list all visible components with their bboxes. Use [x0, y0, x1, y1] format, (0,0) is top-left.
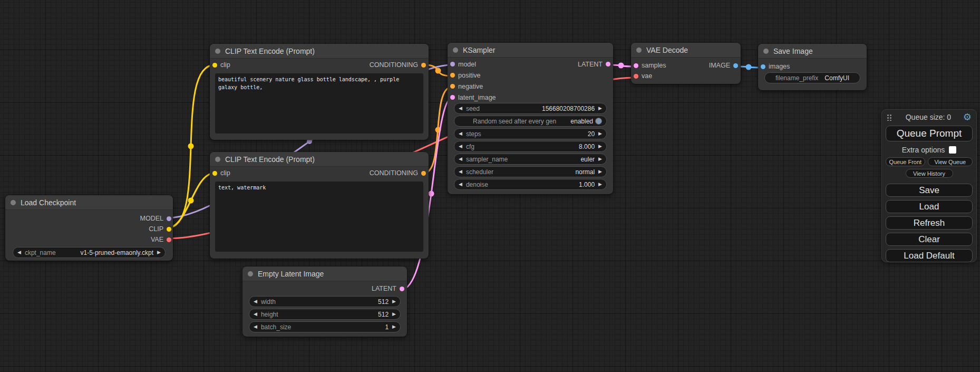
increment-arrow-icon[interactable]: ▶	[392, 312, 396, 317]
model-slot-dot[interactable]	[450, 62, 455, 66]
view-history-button[interactable]: View History	[906, 169, 953, 178]
scheduler-widget[interactable]: ◀ scheduler normal ▶	[454, 166, 607, 177]
refresh-button[interactable]: Refresh	[886, 216, 973, 230]
queue-front-button[interactable]: Queue Front	[886, 157, 925, 166]
node-clip-text-encode-negative[interactable]: CLIP Text Encode (Prompt) clip CONDITION…	[210, 152, 429, 259]
extra-options-checkbox[interactable]	[949, 146, 956, 154]
collapse-dot-icon[interactable]	[636, 47, 642, 53]
input-slot-clip[interactable]: clip	[212, 169, 230, 177]
denoise-widget[interactable]: ◀ denoise 1.000 ▶	[454, 179, 607, 190]
conditioning-slot-dot[interactable]	[421, 171, 426, 176]
random-seed-toggle-widget[interactable]: Random seed after every gen enabled	[454, 116, 607, 127]
decrement-arrow-icon[interactable]: ◀	[17, 250, 21, 255]
input-slot-vae[interactable]: vae	[634, 72, 652, 80]
filename-prefix-widget[interactable]: filename_prefix ComfyUI	[764, 72, 860, 83]
input-slot-images[interactable]: images	[761, 63, 790, 70]
increment-arrow-icon[interactable]: ▶	[598, 169, 602, 174]
height-widget[interactable]: ◀ height 512 ▶	[249, 309, 401, 320]
decrement-arrow-icon[interactable]: ◀	[459, 182, 462, 187]
view-queue-button[interactable]: View Queue	[928, 157, 973, 166]
input-slot-model[interactable]: model	[450, 61, 476, 68]
drag-handle-icon[interactable]	[887, 113, 891, 121]
latent-slot-dot[interactable]	[634, 63, 638, 68]
node-title-bar[interactable]: Save Image	[758, 44, 867, 59]
sampler-name-widget[interactable]: ◀ sampler_name euler ▶	[454, 154, 607, 165]
positive-prompt-textarea[interactable]: beautiful scenery nature glass bottle la…	[215, 73, 423, 133]
load-button[interactable]: Load	[886, 200, 973, 213]
ckpt-name-widget[interactable]: ◀ ckpt_name v1-5-pruned-emaonly.ckpt ▶	[13, 247, 166, 258]
decrement-arrow-icon[interactable]: ◀	[254, 299, 257, 304]
node-title-bar[interactable]: Empty Latent Image	[242, 266, 407, 281]
latent-slot-dot[interactable]	[400, 287, 404, 291]
decrement-arrow-icon[interactable]: ◀	[459, 157, 462, 161]
increment-arrow-icon[interactable]: ▶	[598, 157, 602, 161]
width-widget[interactable]: ◀ width 512 ▶	[249, 296, 401, 307]
collapse-dot-icon[interactable]	[248, 271, 253, 276]
clip-slot-dot[interactable]	[212, 171, 217, 176]
cfg-widget[interactable]: ◀ cfg 8.000 ▶	[454, 141, 607, 152]
batch-size-widget[interactable]: ◀ batch_size 1 ▶	[249, 321, 401, 332]
output-slot-conditioning[interactable]: CONDITIONING	[370, 61, 426, 69]
node-title-bar[interactable]: CLIP Text Encode (Prompt)	[210, 44, 429, 59]
load-default-button[interactable]: Load Default	[886, 249, 973, 262]
node-save-image[interactable]: Save Image images filename_prefix ComfyU…	[758, 44, 867, 90]
collapse-dot-icon[interactable]	[11, 200, 16, 205]
collapse-dot-icon[interactable]	[215, 157, 220, 162]
decrement-arrow-icon[interactable]: ◀	[254, 312, 257, 317]
clear-button[interactable]: Clear	[886, 233, 973, 246]
increment-arrow-icon[interactable]: ▶	[392, 325, 396, 329]
increment-arrow-icon[interactable]: ▶	[598, 106, 602, 111]
vae-slot-dot[interactable]	[167, 237, 171, 242]
conditioning-slot-dot[interactable]	[450, 84, 455, 89]
clip-slot-dot[interactable]	[212, 63, 217, 68]
toggle-knob-icon[interactable]	[595, 118, 602, 125]
collapse-dot-icon[interactable]	[453, 47, 458, 53]
input-slot-positive[interactable]: positive	[450, 72, 480, 79]
node-vae-decode[interactable]: VAE Decode samples IMAGE vae	[631, 43, 741, 84]
decrement-arrow-icon[interactable]: ◀	[254, 325, 257, 329]
input-slot-negative[interactable]: negative	[450, 83, 483, 90]
decrement-arrow-icon[interactable]: ◀	[459, 169, 462, 174]
node-clip-text-encode-positive[interactable]: CLIP Text Encode (Prompt) clip CONDITION…	[210, 44, 429, 140]
node-title-bar[interactable]: CLIP Text Encode (Prompt)	[210, 152, 429, 167]
node-title-bar[interactable]: Load Checkpoint	[5, 195, 173, 210]
latent-slot-dot[interactable]	[450, 95, 455, 100]
collapse-dot-icon[interactable]	[215, 49, 220, 54]
model-slot-dot[interactable]	[167, 216, 171, 221]
input-slot-samples[interactable]: samples	[634, 62, 666, 69]
image-slot-dot[interactable]	[761, 64, 765, 69]
seed-widget[interactable]: ◀ seed 156680208700286 ▶	[454, 103, 607, 114]
increment-arrow-icon[interactable]: ▶	[598, 131, 602, 136]
decrement-arrow-icon[interactable]: ◀	[459, 106, 462, 111]
increment-arrow-icon[interactable]: ▶	[598, 182, 602, 187]
input-slot-latent-image[interactable]: latent_image	[450, 94, 496, 101]
conditioning-slot-dot[interactable]	[450, 73, 455, 78]
output-slot-vae[interactable]: VAE	[151, 236, 171, 243]
increment-arrow-icon[interactable]: ▶	[598, 144, 602, 149]
node-empty-latent-image[interactable]: Empty Latent Image LATENT ◀ width 512 ▶ …	[242, 266, 407, 337]
output-slot-model[interactable]: MODEL	[140, 215, 171, 222]
node-title-bar[interactable]: KSampler	[448, 43, 613, 58]
steps-widget[interactable]: ◀ steps 20 ▶	[454, 128, 607, 139]
conditioning-slot-dot[interactable]	[421, 63, 426, 68]
vae-slot-dot[interactable]	[634, 74, 638, 79]
output-slot-latent[interactable]: LATENT	[372, 285, 404, 292]
decrement-arrow-icon[interactable]: ◀	[459, 144, 462, 149]
output-slot-clip[interactable]: CLIP	[149, 225, 171, 233]
latent-slot-dot[interactable]	[606, 62, 610, 66]
node-ksampler[interactable]: KSampler model LATENT positive negative	[448, 43, 613, 194]
image-slot-dot[interactable]	[733, 63, 738, 68]
input-slot-clip[interactable]: clip	[212, 61, 230, 69]
output-slot-image[interactable]: IMAGE	[709, 62, 738, 69]
node-title-bar[interactable]: VAE Decode	[631, 43, 741, 58]
collapse-dot-icon[interactable]	[763, 49, 769, 54]
negative-prompt-textarea[interactable]: text, watermark	[215, 182, 423, 252]
clip-slot-dot[interactable]	[167, 227, 171, 232]
output-slot-latent[interactable]: LATENT	[578, 61, 610, 68]
queue-prompt-button[interactable]: Queue Prompt	[886, 126, 973, 141]
increment-arrow-icon[interactable]: ▶	[157, 250, 161, 255]
output-slot-conditioning[interactable]: CONDITIONING	[370, 169, 426, 177]
save-button[interactable]: Save	[886, 184, 973, 197]
node-load-checkpoint[interactable]: Load Checkpoint MODEL CLIP VAE ◀ ckp	[5, 195, 173, 261]
decrement-arrow-icon[interactable]: ◀	[459, 131, 462, 136]
